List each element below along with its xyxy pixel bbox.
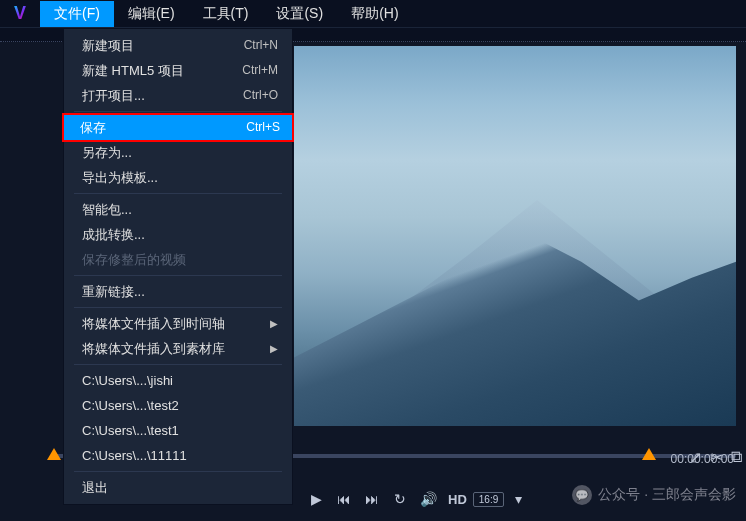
timeline-end-marker[interactable] bbox=[642, 448, 656, 460]
menu-item-shortcut: Ctrl+S bbox=[246, 118, 280, 137]
menu-separator bbox=[74, 275, 282, 276]
menu-batch-convert[interactable]: 成批转换... bbox=[64, 222, 292, 247]
menu-item-label: 打开项目... bbox=[82, 86, 145, 105]
volume-button[interactable]: 🔊 bbox=[414, 485, 442, 513]
menu-item-label: 新建 HTML5 项目 bbox=[82, 61, 184, 80]
menu-save-trimmed: 保存修整后的视频 bbox=[64, 247, 292, 272]
menu-item-label: 保存修整后的视频 bbox=[82, 250, 186, 269]
menu-insert-timeline[interactable]: 将媒体文件插入到时间轴 ▶ bbox=[64, 311, 292, 336]
menu-recent-2[interactable]: C:\Users\...\test2 bbox=[64, 393, 292, 418]
submenu-arrow-icon: ▶ bbox=[270, 314, 278, 333]
menu-item-label: 智能包... bbox=[82, 200, 132, 219]
menu-item-label: 保存 bbox=[80, 118, 106, 137]
watermark: 💬 公众号 · 三郎会声会影 bbox=[572, 485, 736, 505]
menu-item-label: 新建项目 bbox=[82, 36, 134, 55]
menu-item-label: C:\Users\...\test2 bbox=[82, 396, 179, 415]
menu-item-label: 将媒体文件插入到素材库 bbox=[82, 339, 225, 358]
repeat-button[interactable]: ↻ bbox=[386, 485, 414, 513]
menu-export-template[interactable]: 导出为模板... bbox=[64, 165, 292, 190]
menu-file[interactable]: 文件(F) bbox=[40, 1, 114, 27]
menu-separator bbox=[74, 111, 282, 112]
menu-new-html5[interactable]: 新建 HTML5 项目 Ctrl+M bbox=[64, 58, 292, 83]
menu-separator bbox=[74, 193, 282, 194]
hd-toggle[interactable]: HD bbox=[442, 485, 473, 513]
play-button[interactable]: ▶ bbox=[302, 485, 330, 513]
wechat-icon: 💬 bbox=[572, 485, 592, 505]
menu-separator bbox=[74, 471, 282, 472]
menu-separator bbox=[74, 307, 282, 308]
menu-item-label: 另存为... bbox=[82, 143, 132, 162]
menu-item-shortcut: Ctrl+N bbox=[244, 36, 278, 55]
menu-item-label: 重新链接... bbox=[82, 282, 145, 301]
menu-settings[interactable]: 设置(S) bbox=[262, 1, 337, 27]
menu-separator bbox=[74, 364, 282, 365]
menu-help[interactable]: 帮助(H) bbox=[337, 1, 412, 27]
app-logo: V bbox=[0, 3, 40, 24]
prev-frame-button[interactable]: ⏮ bbox=[330, 485, 358, 513]
menu-item-shortcut: Ctrl+O bbox=[243, 86, 278, 105]
menu-item-label: 将媒体文件插入到时间轴 bbox=[82, 314, 225, 333]
menu-edit[interactable]: 编辑(E) bbox=[114, 1, 189, 27]
menu-open-project[interactable]: 打开项目... Ctrl+O bbox=[64, 83, 292, 108]
preview-canvas bbox=[294, 46, 736, 426]
menu-save[interactable]: 保存 Ctrl+S bbox=[62, 113, 294, 142]
next-frame-button[interactable]: ⏭ bbox=[358, 485, 386, 513]
timestamp-display: 00:00:00.00 bbox=[671, 452, 734, 466]
menu-item-label: C:\Users\...\test1 bbox=[82, 421, 179, 440]
submenu-arrow-icon: ▶ bbox=[270, 339, 278, 358]
menu-insert-library[interactable]: 将媒体文件插入到素材库 ▶ bbox=[64, 336, 292, 361]
file-menu-dropdown: 新建项目 Ctrl+N 新建 HTML5 项目 Ctrl+M 打开项目... C… bbox=[63, 28, 293, 505]
menu-item-label: 退出 bbox=[82, 478, 108, 497]
menu-item-label: C:\Users\...\jishi bbox=[82, 371, 173, 390]
menu-item-label: 成批转换... bbox=[82, 225, 145, 244]
menu-exit[interactable]: 退出 bbox=[64, 475, 292, 500]
menu-relink[interactable]: 重新链接... bbox=[64, 279, 292, 304]
menu-item-label: 导出为模板... bbox=[82, 168, 158, 187]
aspect-ratio-selector[interactable]: 16:9 bbox=[473, 492, 504, 507]
menu-tools[interactable]: 工具(T) bbox=[189, 1, 263, 27]
menu-save-as[interactable]: 另存为... bbox=[64, 140, 292, 165]
watermark-text: 公众号 · 三郎会声会影 bbox=[598, 486, 736, 504]
menu-item-shortcut: Ctrl+M bbox=[242, 61, 278, 80]
menu-recent-4[interactable]: C:\Users\...\11111 bbox=[64, 443, 292, 468]
video-preview bbox=[294, 46, 736, 426]
timeline-start-marker[interactable] bbox=[47, 448, 61, 460]
menu-smart-pack[interactable]: 智能包... bbox=[64, 197, 292, 222]
menu-item-label: C:\Users\...\11111 bbox=[82, 446, 187, 465]
ratio-dropdown-icon[interactable]: ▾ bbox=[504, 485, 532, 513]
menu-recent-1[interactable]: C:\Users\...\jishi bbox=[64, 368, 292, 393]
menu-recent-3[interactable]: C:\Users\...\test1 bbox=[64, 418, 292, 443]
menu-new-project[interactable]: 新建项目 Ctrl+N bbox=[64, 33, 292, 58]
